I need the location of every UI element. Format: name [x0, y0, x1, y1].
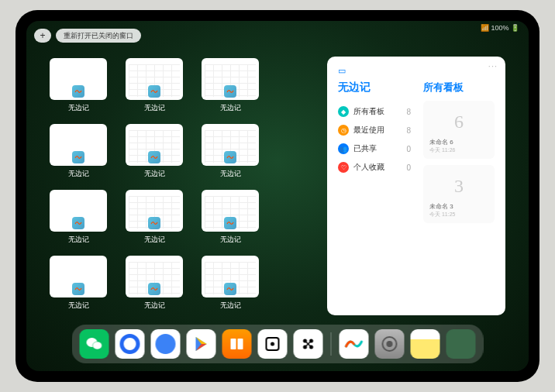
board-name: 未命名 6 [428, 138, 490, 146]
more-icon[interactable]: ··· [488, 61, 498, 70]
app-window-thumb[interactable]: 无边记 [126, 256, 183, 311]
app-window-thumb[interactable]: 无边记 [202, 58, 259, 113]
nav-item[interactable]: ◷最近使用8 [338, 121, 411, 139]
thumb-label: 无边记 [68, 301, 89, 311]
freeform-app-icon [72, 217, 84, 229]
thumb-preview [50, 256, 107, 297]
thumb-preview [126, 190, 183, 232]
thumb-label: 无边记 [144, 301, 165, 311]
top-controls: + 重新打开已关闭的窗口 [34, 29, 141, 43]
freeform-app-icon [72, 283, 84, 295]
app-window-thumb[interactable]: 无边记 [50, 58, 107, 113]
thumb-label: 无边记 [220, 301, 241, 311]
thumb-preview [50, 124, 107, 166]
thumb-label: 无边记 [68, 103, 89, 113]
screen: 📶 100% 🔋 + 重新打开已关闭的窗口 无边记无边记无边记无边记无边记无边记… [26, 21, 529, 371]
board-date: 今天 11:26 [428, 146, 490, 154]
nav-item[interactable]: ◆所有看板8 [338, 102, 411, 121]
wechat-icon[interactable] [80, 329, 109, 359]
nav-label: 已共享 [353, 143, 377, 154]
board-date: 今天 11:25 [428, 211, 490, 218]
svg-rect-3 [238, 339, 243, 349]
game-icon[interactable] [294, 329, 323, 359]
freeform-app-icon [224, 85, 236, 98]
thumb-preview [126, 256, 183, 297]
thumb-preview [50, 58, 107, 100]
nav-count: 8 [406, 126, 411, 135]
quark-icon[interactable] [115, 329, 145, 359]
app-window-thumb[interactable]: 无边记 [202, 190, 259, 245]
board-sketch: 3 [428, 170, 490, 202]
board-item[interactable]: 3未命名 3今天 11:25 [423, 165, 495, 223]
freeform-preview-panel[interactable]: ··· ▭ 无边记 ◆所有看板8◷最近使用8👥已共享0♡个人收藏0 所有看板 6… [327, 57, 505, 315]
thumb-preview [50, 190, 107, 232]
dice-icon[interactable] [258, 329, 288, 359]
panel-left-title: 无边记 [338, 81, 411, 95]
play-icon[interactable] [187, 329, 216, 359]
freeform-app-icon [148, 85, 160, 98]
books-icon[interactable] [222, 329, 252, 359]
panel-sidebar: 无边记 ◆所有看板8◷最近使用8👥已共享0♡个人收藏0 [338, 81, 411, 229]
thumb-preview [202, 190, 259, 232]
board-item[interactable]: 6未命名 6今天 11:26 [423, 101, 495, 159]
reopen-closed-button[interactable]: 重新打开已关闭的窗口 [56, 29, 141, 43]
nav-label: 所有看板 [353, 106, 384, 117]
svg-point-1 [93, 342, 102, 349]
notes-icon[interactable] [411, 329, 440, 359]
thumb-label: 无边记 [220, 235, 241, 245]
nav-icon: 👥 [338, 143, 349, 154]
nav-icon: ◷ [338, 125, 349, 136]
thumb-label: 无边记 [144, 235, 165, 245]
freeform-app-icon [72, 85, 84, 98]
thumb-label: 无边记 [68, 169, 89, 179]
freeform-icon[interactable] [340, 329, 369, 359]
status-bar: 📶 100% 🔋 [481, 24, 519, 32]
thumb-label: 无边记 [68, 235, 89, 245]
settings-icon[interactable] [375, 329, 405, 359]
nav-count: 0 [406, 145, 411, 153]
app-windows-grid: 无边记无边记无边记无边记无边记无边记无边记无边记无边记无边记无边记无边记 [50, 52, 312, 318]
freeform-app-icon [148, 283, 160, 295]
freeform-app-icon [224, 283, 236, 295]
app-window-thumb[interactable]: 无边记 [126, 58, 183, 113]
freeform-app-icon [148, 217, 160, 229]
nav-label: 最近使用 [353, 125, 384, 136]
nav-item[interactable]: 👥已共享0 [338, 139, 411, 158]
nav-label: 个人收藏 [353, 162, 384, 173]
dock [72, 325, 484, 363]
nav-icon: ♡ [338, 162, 349, 173]
nav-count: 8 [406, 108, 411, 116]
svg-rect-2 [231, 339, 236, 349]
app-window-thumb[interactable]: 无边记 [126, 190, 183, 245]
app-window-thumb[interactable]: 无边记 [50, 190, 107, 245]
thumb-preview [202, 256, 259, 297]
nav-count: 0 [406, 163, 411, 172]
svg-point-13 [387, 341, 393, 347]
thumb-label: 无边记 [220, 169, 241, 179]
add-button[interactable]: + [34, 29, 51, 43]
thumb-label: 无边记 [144, 169, 165, 179]
svg-point-5 [271, 342, 274, 346]
thumb-preview [202, 124, 259, 166]
ipad-device: 📶 100% 🔋 + 重新打开已关闭的窗口 无边记无边记无边记无边记无边记无边记… [16, 10, 539, 382]
board-name: 未命名 3 [428, 202, 490, 211]
dock-separator [331, 332, 332, 356]
board-sketch: 6 [428, 105, 490, 138]
app-window-thumb[interactable]: 无边记 [50, 256, 107, 311]
app-window-thumb[interactable]: 无边记 [202, 256, 259, 311]
thumb-preview [126, 58, 183, 100]
thumb-label: 无边记 [144, 103, 165, 113]
app-switcher-content: 无边记无边记无边记无边记无边记无边记无边记无边记无边记无边记无边记无边记 ···… [50, 52, 505, 318]
freeform-app-icon [224, 217, 236, 229]
panel-boards: 所有看板 6未命名 6今天 11:263未命名 3今天 11:25 [423, 81, 495, 229]
app-window-thumb[interactable]: 无边记 [202, 124, 259, 179]
qqbrowser-icon[interactable] [151, 329, 181, 359]
nav-item[interactable]: ♡个人收藏0 [338, 158, 411, 177]
nav-icon: ◆ [338, 106, 349, 117]
app-window-thumb[interactable]: 无边记 [50, 124, 107, 179]
thumb-preview [202, 58, 259, 100]
panel-right-title: 所有看板 [423, 81, 495, 95]
recent-apps-icon[interactable] [446, 329, 476, 359]
freeform-app-icon [72, 151, 84, 163]
app-window-thumb[interactable]: 无边记 [126, 124, 183, 179]
